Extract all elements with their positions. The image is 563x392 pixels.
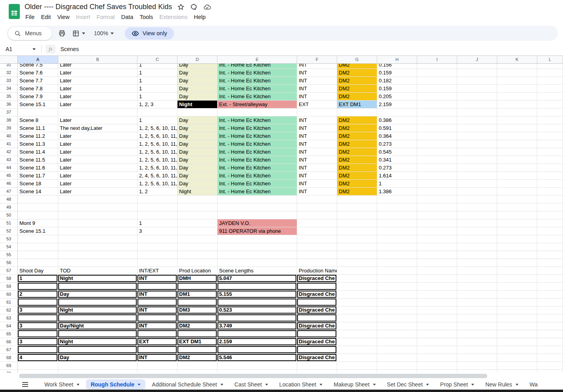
- cell-K41[interactable]: [497, 140, 537, 148]
- cell-I56[interactable]: [417, 259, 457, 267]
- cell-F68[interactable]: Disgraced Che: [297, 354, 337, 362]
- row-header-34[interactable]: 34: [0, 85, 18, 93]
- cell-K60[interactable]: [497, 291, 537, 299]
- cell-L31[interactable]: [537, 64, 563, 69]
- cell-G41[interactable]: DM2: [337, 140, 377, 148]
- cell-C42[interactable]: 1, 2, 5, 6, 10, 11,: [137, 148, 177, 156]
- cell-I68[interactable]: [417, 354, 457, 362]
- cell-D51[interactable]: [177, 219, 218, 227]
- cell-G32[interactable]: DM2: [337, 69, 377, 77]
- cell-E36[interactable]: Ext. - Street/alleyway: [218, 101, 297, 108]
- cell-B50[interactable]: [58, 211, 137, 219]
- cell-F61[interactable]: [297, 299, 337, 306]
- cell-L58[interactable]: [537, 275, 563, 283]
- cell-F59[interactable]: [297, 283, 337, 291]
- cell-A40[interactable]: Scene 11.2: [18, 132, 58, 140]
- cell-F66[interactable]: Disgraced Che: [297, 338, 337, 346]
- cell-A52[interactable]: Scene 15.1: [18, 227, 58, 235]
- all-sheets-menu-button[interactable]: [19, 382, 31, 387]
- cell-E59[interactable]: [218, 283, 297, 291]
- row-header-35[interactable]: 35: [0, 93, 18, 101]
- cell-I66[interactable]: [417, 338, 457, 346]
- search-menus-button[interactable]: Menus: [8, 27, 52, 40]
- row-header-58[interactable]: 58: [0, 275, 18, 283]
- cell-B36[interactable]: Later: [58, 101, 137, 108]
- cell-A44[interactable]: Scene 11.6: [18, 164, 58, 172]
- cell-K67[interactable]: [497, 346, 537, 354]
- cell-C45[interactable]: 2, 4, 5, 6, 10, 11,: [137, 172, 177, 180]
- cell-H67[interactable]: [377, 346, 417, 354]
- cell-D56[interactable]: [177, 259, 218, 267]
- cell-H48[interactable]: [377, 196, 417, 204]
- cell-F43[interactable]: INT: [297, 156, 337, 164]
- cell-B44[interactable]: Later: [58, 164, 137, 172]
- cell-L61[interactable]: [537, 299, 563, 306]
- row-header-63[interactable]: 63: [0, 314, 18, 322]
- cell-L39[interactable]: [537, 124, 563, 132]
- cell-E61[interactable]: [218, 299, 297, 306]
- cell-J68[interactable]: [457, 354, 497, 362]
- cell-H39[interactable]: 0.591: [377, 124, 417, 132]
- cell-A67[interactable]: [18, 346, 58, 354]
- cell-C64[interactable]: INT: [137, 322, 177, 330]
- name-box[interactable]: A1: [0, 46, 30, 52]
- cell-I33[interactable]: [417, 77, 457, 85]
- cell-A62[interactable]: 3: [18, 306, 58, 314]
- cell-F47[interactable]: INT: [297, 188, 337, 196]
- cell-C55[interactable]: [137, 251, 177, 259]
- cell-K53[interactable]: [497, 235, 537, 243]
- cell-F44[interactable]: INT: [297, 164, 337, 172]
- cell-B56[interactable]: [58, 259, 137, 267]
- cell-J55[interactable]: [457, 251, 497, 259]
- cell-J40[interactable]: [457, 132, 497, 140]
- cell-H44[interactable]: 0.273: [377, 164, 417, 172]
- cell-H42[interactable]: 0.545: [377, 148, 417, 156]
- cell-F33[interactable]: INT: [297, 77, 337, 85]
- cell-L59[interactable]: [537, 283, 563, 291]
- cell-L64[interactable]: [537, 322, 563, 330]
- cell-F53[interactable]: [297, 235, 337, 243]
- cell-L60[interactable]: [537, 291, 563, 299]
- cell-G45[interactable]: DM2: [337, 172, 377, 180]
- cell-A53[interactable]: [18, 235, 58, 243]
- sheet-tab-work-sheet[interactable]: Work Sheet: [40, 379, 84, 390]
- cell-G36[interactable]: EXT DM1: [337, 101, 377, 108]
- row-header-51[interactable]: 51: [0, 219, 18, 227]
- cell-G38[interactable]: DM2: [337, 116, 377, 124]
- cell-G44[interactable]: DM2: [337, 164, 377, 172]
- cell-B38[interactable]: Later: [58, 116, 137, 124]
- cell-D45[interactable]: Day: [177, 172, 218, 180]
- cell-F49[interactable]: [297, 204, 337, 211]
- menu-tools[interactable]: Tools: [136, 13, 156, 21]
- cell-C46[interactable]: 1, 2, 5, 6, 10, 11,: [137, 180, 177, 188]
- cell-L48[interactable]: [537, 196, 563, 204]
- name-box-dropdown-icon[interactable]: [32, 48, 36, 50]
- cell-D58[interactable]: DMH: [177, 275, 218, 283]
- cell-J57[interactable]: [457, 267, 497, 275]
- cell-B65[interactable]: [58, 330, 137, 338]
- cell-A57[interactable]: Shoot Day: [18, 267, 58, 275]
- cell-I49[interactable]: [417, 204, 457, 211]
- cell-F42[interactable]: INT: [297, 148, 337, 156]
- cell-D44[interactable]: Day: [177, 164, 218, 172]
- cell-A32[interactable]: Scene 7.6: [18, 69, 58, 77]
- row-header-37[interactable]: 37: [0, 108, 18, 116]
- cell-G62[interactable]: [337, 306, 377, 314]
- cell-K45[interactable]: [497, 172, 537, 180]
- cell-G42[interactable]: DM2: [337, 148, 377, 156]
- cell-J50[interactable]: [457, 211, 497, 219]
- status-badge-icon[interactable]: [190, 3, 198, 11]
- cell-C69[interactable]: [137, 362, 177, 370]
- cell-L50[interactable]: [537, 211, 563, 219]
- menu-help[interactable]: Help: [191, 13, 209, 21]
- cell-I44[interactable]: [417, 164, 457, 172]
- cell-I54[interactable]: [417, 243, 457, 251]
- cell-J58[interactable]: [457, 275, 497, 283]
- cell-K34[interactable]: [497, 85, 537, 93]
- cell-D59[interactable]: [177, 283, 218, 291]
- cell-H32[interactable]: 0.159: [377, 69, 417, 77]
- cell-D53[interactable]: [177, 235, 218, 243]
- cell-E40[interactable]: Int. - Home Ec Kitchen: [218, 132, 297, 140]
- cell-I35[interactable]: [417, 93, 457, 101]
- cell-D68[interactable]: DM2: [177, 354, 218, 362]
